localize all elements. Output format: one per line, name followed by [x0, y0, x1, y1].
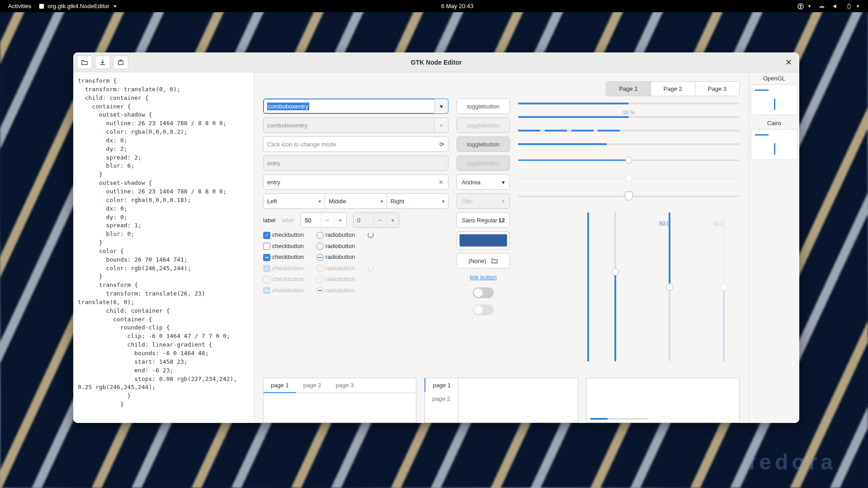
source-code-view[interactable]: transform { transform: translate(0, 0); … — [73, 72, 254, 423]
accessibility-icon[interactable]: ▼ — [794, 3, 815, 9]
dropdown-otto-disabled: Otto▾ — [457, 193, 510, 209]
combo-dropdown-button-disabled: ▾ — [434, 118, 448, 132]
activities-button[interactable]: Activities — [5, 3, 35, 9]
folder-icon — [491, 257, 498, 264]
clear-icon[interactable]: ✕ — [438, 179, 444, 186]
radiobutton-mixed[interactable]: radiobutton — [316, 253, 355, 261]
btab-3[interactable]: page 3 — [329, 378, 361, 393]
vscale-3-label[interactable]: 50.0 — [663, 212, 676, 361]
radiobutton-1[interactable]: radiobutton — [316, 231, 355, 239]
color-swatch — [459, 234, 507, 247]
scale-2-disabled — [518, 174, 740, 183]
tab-page2[interactable]: Page 2 — [651, 82, 695, 96]
btab-2[interactable]: page 2 — [296, 378, 329, 393]
radiobutton-disabled-1: radiobutton — [316, 265, 355, 272]
close-button[interactable]: ✕ — [782, 57, 796, 67]
ltab-1[interactable]: page 1 — [425, 378, 458, 392]
progressbar-2-text: 50 % — [518, 116, 740, 118]
comboboxentry-1[interactable]: comboboxentry ▾ — [263, 99, 448, 114]
titlebar: GTK Node Editor ✕ — [73, 52, 799, 72]
vscale-4-disabled: 50.0 — [717, 212, 731, 361]
comboboxentry-2-disabled: comboboxentry ▾ — [263, 117, 448, 133]
switch-1[interactable] — [473, 287, 494, 298]
scale-3-marker[interactable] — [518, 192, 740, 201]
combo-left[interactable]: Left▾ — [263, 193, 325, 209]
color-button[interactable] — [457, 231, 510, 249]
main-notebook-tabs: Page 1 Page 2 Page 3 — [606, 81, 740, 96]
checkbutton-checked[interactable]: ✓checkbutton — [263, 231, 304, 239]
bottom-notebook-top-tabs: page 1 page 2 page 3 — [263, 378, 416, 423]
bottom-notebook-3 — [586, 378, 740, 423]
label-2-disabled: label — [282, 217, 294, 224]
togglebutton-2-disabled: togglebutton — [457, 117, 510, 133]
spin-plus-disabled: + — [386, 213, 399, 227]
checkbutton-mixed-disabled: checkbutton — [263, 287, 304, 295]
renderer-opengl-label[interactable]: OpenGL — [749, 72, 799, 84]
progressbar-1 — [518, 103, 740, 104]
checkbutton-unchecked-disabled: checkbutton — [263, 276, 304, 283]
clock[interactable]: 6 May 20:43 — [438, 3, 477, 9]
gnome-top-bar: Activities org.gtk.gtk4.NodeEditor ▼ 6 M… — [0, 0, 868, 12]
combo-middle[interactable]: Middle▾ — [325, 193, 387, 209]
file-chooser-button[interactable]: (None) — [457, 253, 510, 268]
entry-with-clear[interactable]: entry ✕ — [263, 174, 448, 190]
network-icon[interactable] — [815, 3, 829, 9]
renderer-opengl-thumb[interactable] — [751, 84, 797, 115]
combo-dropdown-button[interactable]: ▾ — [434, 99, 448, 113]
chevron-down-icon: ▼ — [113, 4, 117, 9]
ltab-2[interactable]: page 2 — [425, 392, 458, 406]
checkbutton-checked-disabled: ✓checkbutton — [263, 265, 304, 272]
spinbutton-1[interactable]: − + — [301, 212, 347, 228]
comboboxentry-1-text: comboboxentry — [267, 103, 309, 110]
font-button[interactable]: Sans Regular12 — [457, 212, 510, 228]
renderer-list: OpenGL Cairo — [749, 72, 799, 423]
spin-minus[interactable]: − — [321, 213, 334, 227]
battery-icon[interactable]: ▼ — [842, 3, 863, 9]
window-title: GTK Node Editor — [73, 59, 799, 66]
svg-rect-4 — [849, 3, 849, 4]
vscale-1[interactable] — [581, 212, 595, 361]
app-menu[interactable]: org.gtk.gtk4.NodeEditor ▼ — [35, 3, 121, 9]
togglebutton-3-active[interactable]: togglebutton — [457, 136, 510, 152]
svg-rect-3 — [848, 4, 850, 9]
tab-page3[interactable]: Page 3 — [695, 82, 739, 96]
spin-minus-disabled: − — [373, 213, 386, 227]
spinbutton-1-input[interactable] — [301, 217, 321, 224]
tab-page1[interactable]: Page 1 — [606, 82, 650, 96]
togglebutton-1[interactable]: togglebutton — [457, 99, 510, 114]
checkbutton-mixed[interactable]: checkbutton — [263, 253, 304, 261]
spinbutton-2-input — [354, 217, 373, 224]
svg-point-2 — [800, 5, 802, 6]
volume-icon[interactable] — [829, 3, 842, 9]
radiobutton-disabled-2: radiobutton — [316, 276, 355, 283]
spin-plus[interactable]: + — [334, 213, 346, 227]
renderer-cairo-thumb[interactable] — [751, 129, 797, 160]
levelbar-1 — [518, 130, 740, 131]
bottom-notebook-left-tabs: page 1 page 2 — [425, 378, 578, 423]
renderer-cairo-label[interactable]: Cairo — [749, 117, 799, 129]
linked-combos: Left▾ Middle▾ Right▾ — [263, 193, 448, 209]
entry-disabled-placeholder: entry — [267, 160, 280, 167]
switch-2-disabled — [473, 305, 494, 315]
entry-value: entry — [267, 179, 280, 186]
radiobutton-2[interactable]: radiobutton — [316, 243, 355, 250]
vscale-2[interactable] — [609, 212, 622, 361]
link-button[interactable]: link button — [457, 272, 510, 282]
node-editor-window: GTK Node Editor ✕ transform { transform:… — [73, 52, 799, 423]
preview-area: Page 1 Page 2 Page 3 comboboxentry ▾ com… — [254, 72, 749, 423]
combo-right[interactable]: Right▾ — [387, 193, 448, 209]
togglebutton-4-active-disabled: togglebutton — [457, 155, 510, 171]
levelbar-2 — [518, 143, 740, 145]
btab-1[interactable]: page 1 — [264, 378, 296, 393]
scale-1[interactable] — [518, 155, 740, 164]
refresh-icon[interactable]: ⟳ — [439, 141, 444, 148]
entry-disabled: entry — [263, 155, 448, 171]
dropdown-andrea[interactable]: Andrea▾ — [457, 174, 510, 190]
wallpaper-logo: fedora — [748, 450, 836, 474]
checkbutton-unchecked[interactable]: checkbutton — [263, 243, 304, 250]
mode-entry[interactable]: Click icon to change mode ⟳ — [263, 136, 448, 152]
label-1: label — [263, 217, 275, 224]
spinbutton-2-disabled: − + — [353, 212, 399, 228]
svg-rect-0 — [39, 4, 44, 9]
comboboxentry-2-placeholder: comboboxentry — [267, 122, 307, 129]
